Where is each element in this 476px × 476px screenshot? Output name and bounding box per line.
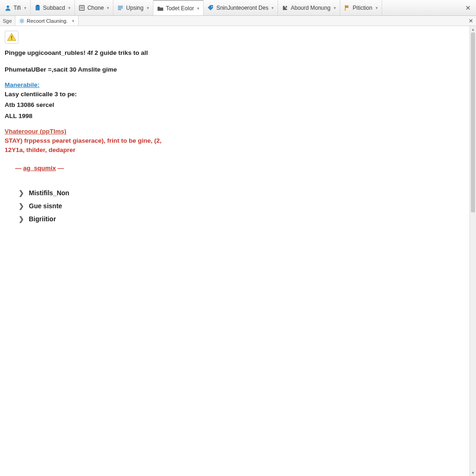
puzzle-icon	[282, 5, 288, 11]
toolbar-item-label: Todet Eolor	[166, 5, 194, 12]
section-b-row-3-prefix: —	[15, 165, 23, 172]
tabstrip-close-button[interactable]: ✕	[466, 16, 476, 26]
section-b-row-3: — ag_squmix —	[5, 154, 465, 182]
chevron-down-icon: ▾	[197, 6, 199, 11]
section-a-row-1: Lasy clentiicalle 3 to pe:	[5, 90, 465, 99]
caret-right-icon: ❯	[19, 201, 24, 211]
tree-item-label: Mistifils_Non	[29, 188, 69, 198]
toolbar-item-abourd[interactable]: Abourd Monung ▾	[278, 0, 340, 15]
list-icon	[79, 5, 85, 11]
section-vhateroour-link[interactable]: Vhateroour (ppTIms)	[5, 127, 465, 136]
chevron-down-icon: ▾	[72, 19, 74, 23]
body-line-1: Pingge upgicooant_rubles! 4f 2 guide tri…	[5, 48, 465, 58]
chevron-down-icon: ▾	[107, 6, 109, 10]
scroll-down-button[interactable]: ▼	[470, 469, 476, 476]
tree-item-mistifils[interactable]: ❯ Mistifils_Non	[19, 186, 465, 199]
clipboard-icon	[34, 5, 41, 11]
chevron-down-icon: ▾	[334, 6, 336, 10]
toolbar-item-upsing[interactable]: Upsing ▾	[113, 0, 153, 15]
toolbar-item-label: Subbacd	[43, 5, 65, 11]
svg-rect-2	[36, 5, 39, 6]
toolbar-item-label: SninJunteoeront Des	[216, 5, 268, 11]
tabstrip-ghost[interactable]: Sge	[0, 16, 15, 26]
tabstrip: Sge Recoort Clauning. ▾ ✕	[0, 16, 476, 26]
tree-item-gue[interactable]: ❯ Gue sisnte	[19, 199, 465, 212]
chevron-down-icon: ▾	[271, 6, 274, 10]
tree-item-bigriitior[interactable]: ❯ Bigriitior	[19, 212, 465, 225]
svg-point-9	[212, 6, 212, 7]
toolbar-item-todet-eolor[interactable]: Todet Eolor ▾	[153, 0, 204, 15]
warning-icon	[7, 32, 17, 42]
svg-rect-3	[79, 5, 85, 10]
section-b-row-2: 12Y1a, thilder, dedaprer	[5, 145, 465, 155]
toolbar-item-label: Tifi	[13, 5, 21, 11]
content-wrapper: Pingge upgicooant_rubles! 4f 2 guide tri…	[0, 26, 476, 476]
toolbar-close-button[interactable]: ✕	[461, 0, 475, 15]
toolbar-item-tifi[interactable]: Tifi ▾	[1, 0, 31, 15]
tag-icon	[207, 5, 214, 11]
svg-point-10	[20, 20, 23, 22]
tab-label: Recoort Clauning.	[27, 18, 68, 24]
tree-item-label: Bigriitior	[29, 214, 56, 224]
lines-icon	[117, 5, 124, 11]
close-icon: ✕	[469, 18, 473, 24]
chevron-down-icon: ▾	[68, 6, 71, 10]
chevron-down-icon: ▾	[147, 6, 149, 10]
warning-badge[interactable]	[5, 31, 19, 44]
body-line-2: PhumetaUBer =,sacit 30 Amslite gime	[5, 65, 465, 74]
toolbar-item-pitiction[interactable]: Pitiction ▾	[340, 0, 382, 15]
folder-icon	[157, 5, 164, 12]
toolbar-item-label: Upsing	[126, 5, 143, 11]
person-icon	[5, 5, 11, 11]
gear-icon	[19, 18, 25, 24]
section-manerabile-link[interactable]: Manerabile:	[5, 80, 465, 90]
svg-rect-1	[35, 5, 40, 10]
toolbar-item-sninj[interactable]: SninJunteoeront Des ▾	[204, 0, 278, 15]
tree-view: ❯ Mistifils_Non ❯ Gue sisnte ❯ Bigriitio…	[5, 186, 465, 226]
main-toolbar: Tifi ▾ Subbacd ▾ Chone ▾ Upsing ▾ Todet …	[0, 0, 476, 16]
svg-rect-12	[11, 39, 12, 40]
chevron-down-icon: ▾	[376, 6, 378, 10]
scroll-up-button[interactable]: ▲	[470, 26, 476, 33]
caret-right-icon: ❯	[19, 214, 24, 224]
svg-point-0	[7, 5, 9, 7]
section-b-row-1: STAY) frppesss pearet giaserace), frint …	[5, 136, 465, 145]
tabstrip-ghost-label: Sge	[3, 18, 12, 24]
spacer	[5, 60, 465, 65]
scroll-thumb[interactable]	[471, 33, 475, 212]
section-b-row-3-suffix: —	[56, 165, 64, 172]
tab-recoort[interactable]: Recoort Clauning. ▾	[15, 16, 79, 26]
toolbar-item-chone[interactable]: Chone ▾	[75, 0, 113, 15]
svg-rect-11	[11, 36, 12, 38]
section-a-row-3: ALL 1998	[5, 112, 465, 121]
toolbar-item-label: Chone	[87, 5, 104, 11]
vertical-scrollbar[interactable]: ▲ ▼	[469, 26, 476, 476]
toolbar-item-label: Abourd Monung	[291, 5, 330, 11]
flag-icon	[344, 5, 350, 11]
toolbar-item-subbacd[interactable]: Subbacd ▾	[31, 0, 75, 15]
section-a-row-2: Atb 13086 sercel	[5, 100, 465, 110]
ag-squmix-link[interactable]: ag_squmix	[23, 165, 56, 172]
chevron-down-icon: ▾	[24, 6, 26, 10]
close-icon: ✕	[465, 4, 471, 12]
tree-item-label: Gue sisnte	[29, 201, 62, 211]
toolbar-item-label: Pitiction	[353, 5, 372, 11]
caret-right-icon: ❯	[19, 188, 24, 198]
content-area: Pingge upgicooant_rubles! 4f 2 guide tri…	[0, 26, 469, 476]
